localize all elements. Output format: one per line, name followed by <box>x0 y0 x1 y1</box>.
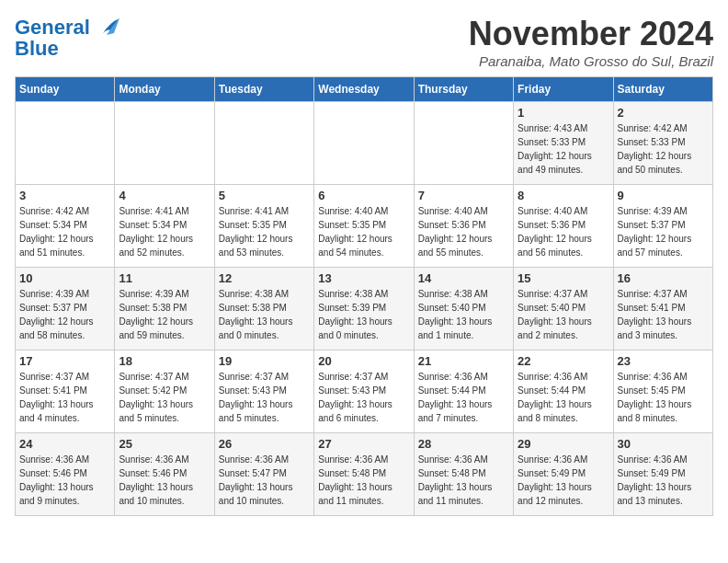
calendar-cell <box>115 102 214 185</box>
day-number: 29 <box>518 437 609 451</box>
day-number: 5 <box>219 189 310 202</box>
day-number: 27 <box>318 437 409 451</box>
calendar-cell: 6Sunrise: 4:40 AM Sunset: 5:35 PM Daylig… <box>314 185 414 268</box>
day-number: 7 <box>418 189 509 202</box>
calendar-cell: 20Sunrise: 4:37 AM Sunset: 5:43 PM Dayli… <box>314 350 414 433</box>
day-number: 14 <box>418 271 509 285</box>
logo-bird-icon <box>94 15 121 40</box>
logo-general: General <box>15 16 90 39</box>
calendar-week-1: 1Sunrise: 4:43 AM Sunset: 5:33 PM Daylig… <box>16 102 713 185</box>
day-number: 16 <box>618 271 709 285</box>
calendar-cell: 7Sunrise: 4:40 AM Sunset: 5:36 PM Daylig… <box>414 185 513 268</box>
day-info: Sunrise: 4:42 AM Sunset: 5:34 PM Dayligh… <box>19 204 110 259</box>
day-info: Sunrise: 4:36 AM Sunset: 5:46 PM Dayligh… <box>119 453 210 508</box>
title-block: November 2024 Paranaiba, Mato Grosso do … <box>469 15 713 69</box>
calendar-cell: 23Sunrise: 4:36 AM Sunset: 5:45 PM Dayli… <box>613 350 712 433</box>
calendar-cell: 26Sunrise: 4:36 AM Sunset: 5:47 PM Dayli… <box>214 433 313 516</box>
calendar-cell <box>314 102 414 185</box>
day-number: 24 <box>19 437 110 451</box>
day-info: Sunrise: 4:37 AM Sunset: 5:41 PM Dayligh… <box>19 370 110 425</box>
calendar-cell <box>414 102 513 185</box>
day-number: 19 <box>219 354 310 368</box>
day-number: 12 <box>219 271 310 285</box>
calendar-cell: 9Sunrise: 4:39 AM Sunset: 5:37 PM Daylig… <box>613 185 712 268</box>
day-number: 15 <box>518 271 609 285</box>
calendar-cell: 14Sunrise: 4:38 AM Sunset: 5:40 PM Dayli… <box>414 268 513 350</box>
calendar-cell: 10Sunrise: 4:39 AM Sunset: 5:37 PM Dayli… <box>16 268 115 350</box>
day-number: 22 <box>518 354 609 368</box>
day-info: Sunrise: 4:37 AM Sunset: 5:43 PM Dayligh… <box>219 370 310 425</box>
day-number: 6 <box>318 189 409 202</box>
day-number: 13 <box>318 271 409 285</box>
day-info: Sunrise: 4:38 AM Sunset: 5:39 PM Dayligh… <box>318 287 409 342</box>
day-number: 30 <box>618 437 709 451</box>
calendar-cell: 24Sunrise: 4:36 AM Sunset: 5:46 PM Dayli… <box>16 433 115 516</box>
day-number: 9 <box>618 189 709 202</box>
weekday-header-wednesday: Wednesday <box>314 77 414 102</box>
month-title: November 2024 <box>469 15 713 53</box>
calendar-week-3: 10Sunrise: 4:39 AM Sunset: 5:37 PM Dayli… <box>16 268 713 350</box>
day-info: Sunrise: 4:41 AM Sunset: 5:35 PM Dayligh… <box>219 204 310 259</box>
calendar-header-row: SundayMondayTuesdayWednesdayThursdayFrid… <box>16 77 713 102</box>
calendar-cell: 29Sunrise: 4:36 AM Sunset: 5:49 PM Dayli… <box>514 433 613 516</box>
calendar-week-4: 17Sunrise: 4:37 AM Sunset: 5:41 PM Dayli… <box>16 350 713 433</box>
calendar-cell <box>214 102 313 185</box>
day-number: 1 <box>518 106 609 120</box>
day-info: Sunrise: 4:37 AM Sunset: 5:41 PM Dayligh… <box>618 287 709 342</box>
calendar-cell: 25Sunrise: 4:36 AM Sunset: 5:46 PM Dayli… <box>115 433 214 516</box>
calendar-cell: 16Sunrise: 4:37 AM Sunset: 5:41 PM Dayli… <box>613 268 712 350</box>
day-info: Sunrise: 4:41 AM Sunset: 5:34 PM Dayligh… <box>119 204 210 259</box>
day-number: 8 <box>518 189 609 202</box>
day-info: Sunrise: 4:36 AM Sunset: 5:46 PM Dayligh… <box>19 453 110 508</box>
day-number: 21 <box>418 354 509 368</box>
weekday-header-sunday: Sunday <box>16 77 115 102</box>
calendar-cell: 5Sunrise: 4:41 AM Sunset: 5:35 PM Daylig… <box>214 185 313 268</box>
day-info: Sunrise: 4:37 AM Sunset: 5:42 PM Dayligh… <box>119 370 210 425</box>
calendar-cell: 15Sunrise: 4:37 AM Sunset: 5:40 PM Dayli… <box>514 268 613 350</box>
weekday-header-monday: Monday <box>115 77 214 102</box>
day-number: 18 <box>119 354 210 368</box>
calendar-cell: 3Sunrise: 4:42 AM Sunset: 5:34 PM Daylig… <box>16 185 115 268</box>
day-number: 4 <box>119 189 210 202</box>
day-number: 23 <box>618 354 709 368</box>
day-info: Sunrise: 4:36 AM Sunset: 5:47 PM Dayligh… <box>219 453 310 508</box>
day-number: 28 <box>418 437 509 451</box>
calendar-body: 1Sunrise: 4:43 AM Sunset: 5:33 PM Daylig… <box>16 102 713 516</box>
calendar-cell: 19Sunrise: 4:37 AM Sunset: 5:43 PM Dayli… <box>214 350 313 433</box>
day-info: Sunrise: 4:37 AM Sunset: 5:43 PM Dayligh… <box>318 370 409 425</box>
day-number: 26 <box>219 437 310 451</box>
day-info: Sunrise: 4:40 AM Sunset: 5:35 PM Dayligh… <box>318 204 409 259</box>
calendar-cell: 30Sunrise: 4:36 AM Sunset: 5:49 PM Dayli… <box>613 433 712 516</box>
day-number: 25 <box>119 437 210 451</box>
calendar-cell <box>16 102 115 185</box>
weekday-header-friday: Friday <box>514 77 613 102</box>
calendar-cell: 1Sunrise: 4:43 AM Sunset: 5:33 PM Daylig… <box>514 102 613 185</box>
calendar-cell: 27Sunrise: 4:36 AM Sunset: 5:48 PM Dayli… <box>314 433 414 516</box>
weekday-header-tuesday: Tuesday <box>214 77 313 102</box>
day-info: Sunrise: 4:36 AM Sunset: 5:48 PM Dayligh… <box>418 453 509 508</box>
day-info: Sunrise: 4:43 AM Sunset: 5:33 PM Dayligh… <box>518 121 609 177</box>
day-info: Sunrise: 4:38 AM Sunset: 5:38 PM Dayligh… <box>219 287 310 342</box>
calendar-week-2: 3Sunrise: 4:42 AM Sunset: 5:34 PM Daylig… <box>16 185 713 268</box>
weekday-header-thursday: Thursday <box>414 77 513 102</box>
calendar-cell: 21Sunrise: 4:36 AM Sunset: 5:44 PM Dayli… <box>414 350 513 433</box>
day-info: Sunrise: 4:39 AM Sunset: 5:38 PM Dayligh… <box>119 287 210 342</box>
weekday-header-saturday: Saturday <box>613 77 712 102</box>
calendar-cell: 2Sunrise: 4:42 AM Sunset: 5:33 PM Daylig… <box>613 102 712 185</box>
calendar-cell: 4Sunrise: 4:41 AM Sunset: 5:34 PM Daylig… <box>115 185 214 268</box>
day-info: Sunrise: 4:40 AM Sunset: 5:36 PM Dayligh… <box>518 204 609 259</box>
calendar-table: SundayMondayTuesdayWednesdayThursdayFrid… <box>15 76 713 516</box>
day-number: 11 <box>119 271 210 285</box>
day-info: Sunrise: 4:39 AM Sunset: 5:37 PM Dayligh… <box>618 204 709 259</box>
location: Paranaiba, Mato Grosso do Sul, Brazil <box>469 53 713 69</box>
calendar-cell: 28Sunrise: 4:36 AM Sunset: 5:48 PM Dayli… <box>414 433 513 516</box>
day-info: Sunrise: 4:36 AM Sunset: 5:49 PM Dayligh… <box>618 453 709 508</box>
calendar-cell: 11Sunrise: 4:39 AM Sunset: 5:38 PM Dayli… <box>115 268 214 350</box>
day-info: Sunrise: 4:36 AM Sunset: 5:44 PM Dayligh… <box>518 370 609 425</box>
day-number: 17 <box>19 354 110 368</box>
calendar-cell: 13Sunrise: 4:38 AM Sunset: 5:39 PM Dayli… <box>314 268 414 350</box>
day-number: 10 <box>19 271 110 285</box>
day-number: 20 <box>318 354 409 368</box>
day-info: Sunrise: 4:42 AM Sunset: 5:33 PM Dayligh… <box>618 121 709 177</box>
day-info: Sunrise: 4:36 AM Sunset: 5:49 PM Dayligh… <box>518 453 609 508</box>
